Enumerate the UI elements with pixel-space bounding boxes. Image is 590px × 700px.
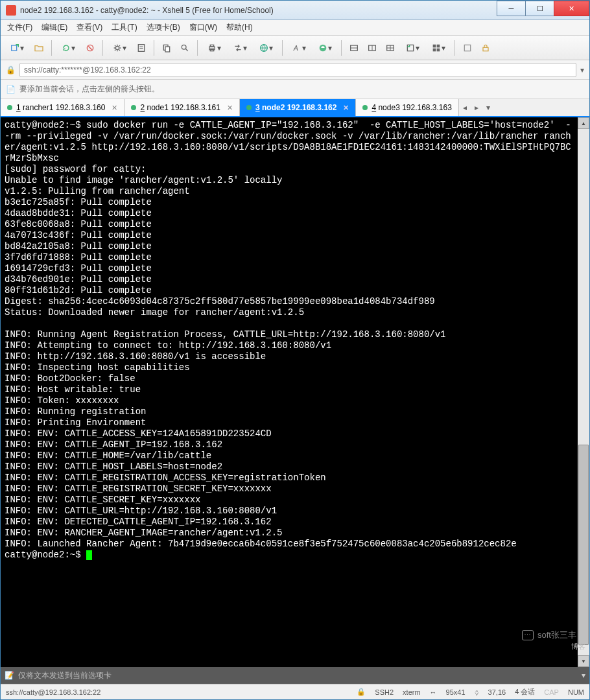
separator xyxy=(154,40,154,56)
menu-help[interactable]: 帮助(H) xyxy=(222,21,257,34)
add-session-icon[interactable]: 📄 xyxy=(6,85,16,94)
svg-rect-0 xyxy=(12,45,17,51)
tab-close-icon[interactable]: ✕ xyxy=(112,104,117,112)
minimize-button[interactable]: ─ xyxy=(497,1,526,16)
disconnect-button[interactable] xyxy=(82,39,99,57)
cursor-icon xyxy=(86,550,92,560)
status-pos-icon: ⎀ xyxy=(475,688,479,696)
maximize-button[interactable]: ☐ xyxy=(525,1,554,16)
send-mode-icon[interactable]: 📝 xyxy=(5,671,14,680)
svg-text:A: A xyxy=(293,44,298,52)
svg-rect-21 xyxy=(464,45,470,51)
menu-file[interactable]: 文件(F) xyxy=(3,21,36,34)
separator xyxy=(282,40,283,56)
fullscreen-button[interactable]: ▾ xyxy=(400,39,425,57)
layout2-button[interactable] xyxy=(364,39,381,57)
svg-rect-16 xyxy=(407,45,413,51)
tab-node2[interactable]: 3 node2 192.168.3.162 ✕ xyxy=(240,99,356,116)
reconnect-button[interactable]: ▾ xyxy=(56,39,80,57)
hint-text: 要添加当前会话，点击左侧的箭头按钮。 xyxy=(19,84,159,95)
status-dot-icon xyxy=(362,105,368,110)
scroll-thumb[interactable] xyxy=(578,445,589,645)
svg-rect-5 xyxy=(165,47,170,52)
separator xyxy=(197,40,198,56)
layout-preset-button[interactable]: ▾ xyxy=(426,39,451,57)
terminal-output: [sudo] password for catty: Unable to fin… xyxy=(5,164,517,549)
svg-rect-19 xyxy=(433,48,436,51)
address-dropdown-icon[interactable]: ▾ xyxy=(580,65,584,75)
svg-point-2 xyxy=(115,46,119,49)
new-session-button[interactable]: ▾ xyxy=(5,39,29,57)
app-window: node2 192.168.3.162 - catty@node2: ~ - X… xyxy=(0,0,590,700)
app-icon xyxy=(6,5,16,16)
svg-rect-8 xyxy=(210,45,213,47)
script-button[interactable] xyxy=(133,39,150,57)
terminal-area: catty@node2:~$ sudo docker run -e CATTLE… xyxy=(1,117,589,667)
compose-dropdown-icon[interactable]: ▾ xyxy=(582,671,585,680)
prompt: catty@node2:~$ xyxy=(5,120,86,130)
scroll-down-button[interactable]: ▼ xyxy=(578,655,589,667)
tab-node3[interactable]: 4 node3 192.168.3.163 xyxy=(356,99,458,116)
status-term: xterm xyxy=(403,688,421,696)
separator xyxy=(454,40,455,56)
statusbar: ssh://catty@192.168.3.162:22 🔒 SSH2 xter… xyxy=(1,684,589,699)
status-ssh-icon: 🔒 xyxy=(357,688,366,696)
tab-close-icon[interactable]: ✕ xyxy=(343,104,349,112)
command-text: sudo docker run -e CATTLE_AGENT_IP="192.… xyxy=(5,120,571,163)
menu-tabs[interactable]: 选项卡(B) xyxy=(143,21,184,34)
tab-rancher1[interactable]: 1 rancher1 192.168.3.160 ✕ xyxy=(1,99,124,116)
menu-window[interactable]: 窗口(W) xyxy=(185,21,221,34)
tab-scroll-left[interactable]: ◂ xyxy=(459,99,471,116)
lock-icon: 🔒 xyxy=(6,65,16,75)
lock-button[interactable] xyxy=(477,39,494,57)
status-cap: CAP xyxy=(544,688,559,696)
svg-rect-18 xyxy=(437,44,440,47)
terminal[interactable]: catty@node2:~$ sudo docker run -e CATTLE… xyxy=(1,117,578,667)
tab-close-icon[interactable]: ✕ xyxy=(227,104,233,112)
status-address: ssh://catty@192.168.3.162:22 xyxy=(6,688,100,696)
separator xyxy=(51,40,52,56)
tabstrip: 1 rancher1 192.168.3.160 ✕ 2 node1 192.1… xyxy=(1,99,589,117)
tab-scroll-right[interactable]: ▸ xyxy=(471,99,482,116)
compose-bar[interactable]: 📝 仅将文本发送到当前选项卡 ▾ xyxy=(1,667,589,684)
window-controls: ─ ☐ ✕ xyxy=(497,1,589,19)
find-button[interactable] xyxy=(176,39,193,57)
status-size: 95x41 xyxy=(446,688,466,696)
copy-button[interactable] xyxy=(158,39,175,57)
print-button[interactable]: ▾ xyxy=(202,39,226,57)
prompt: catty@node2:~$ xyxy=(5,550,86,560)
separator xyxy=(102,40,103,56)
tab-menu[interactable]: ▾ xyxy=(482,99,494,116)
titlebar[interactable]: node2 192.168.3.162 - catty@node2: ~ - X… xyxy=(1,1,589,20)
scroll-up-button[interactable]: ▲ xyxy=(578,117,589,129)
status-dot-icon xyxy=(246,105,252,110)
menu-edit[interactable]: 编辑(E) xyxy=(38,21,71,34)
layout3-button[interactable] xyxy=(382,39,399,57)
layout1-button[interactable] xyxy=(346,39,362,57)
svg-point-6 xyxy=(182,45,186,49)
separator xyxy=(341,40,342,56)
menu-tools[interactable]: 工具(T) xyxy=(108,21,141,34)
transfer-button[interactable]: ▾ xyxy=(228,39,252,57)
status-dot-icon xyxy=(131,105,136,110)
color-button[interactable]: ▾ xyxy=(313,39,337,57)
svg-rect-20 xyxy=(437,48,440,51)
menu-view[interactable]: 查看(V) xyxy=(73,21,106,34)
addressbar: 🔒 ssh://catty:*******@192.168.3.162:22 ▾ xyxy=(1,60,589,80)
open-button[interactable] xyxy=(30,39,47,57)
menubar: 文件(F) 编辑(E) 查看(V) 工具(T) 选项卡(B) 窗口(W) 帮助(… xyxy=(1,20,589,36)
scroll-track[interactable] xyxy=(578,129,589,655)
tool-button[interactable] xyxy=(459,39,476,57)
status-protocol: SSH2 xyxy=(375,688,394,696)
close-button[interactable]: ✕ xyxy=(554,1,589,16)
encoding-button[interactable]: ▾ xyxy=(254,39,278,57)
tab-node1[interactable]: 2 node1 192.168.3.161 ✕ xyxy=(124,99,239,116)
svg-rect-22 xyxy=(483,47,488,51)
address-field[interactable]: ssh://catty:*******@192.168.3.162:22 xyxy=(19,63,576,77)
svg-rect-3 xyxy=(138,44,144,51)
compose-placeholder: 仅将文本发送到当前选项卡 xyxy=(18,670,112,681)
window-title: node2 192.168.3.162 - catty@node2: ~ - X… xyxy=(20,6,497,15)
scrollbar[interactable]: ▲ ▼ xyxy=(578,117,589,667)
properties-button[interactable]: ▾ xyxy=(107,39,132,57)
font-button[interactable]: A▾ xyxy=(287,39,311,57)
